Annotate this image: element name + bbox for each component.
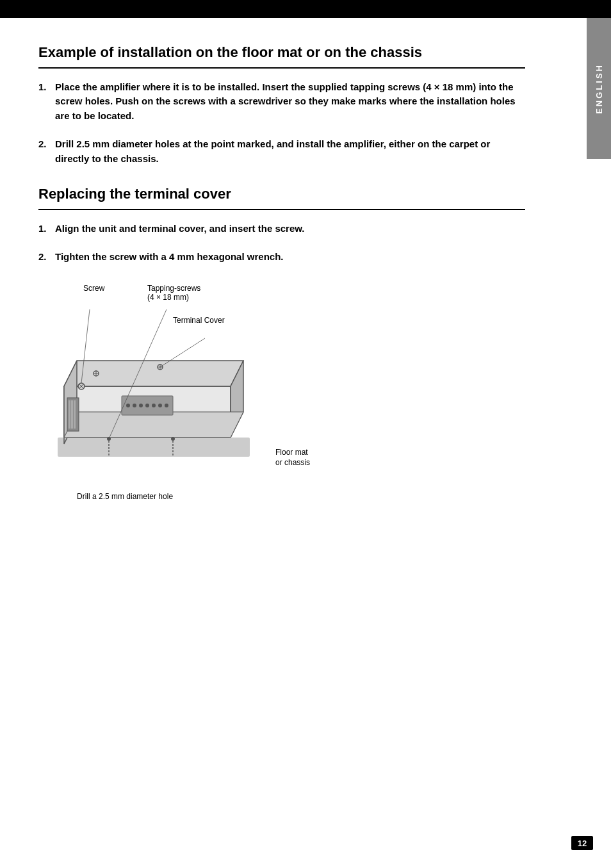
- diagram-svg: [45, 303, 275, 489]
- svg-rect-7: [69, 400, 70, 429]
- main-content: Example of installation on the floor mat…: [0, 18, 564, 540]
- page-number: 12: [571, 836, 593, 850]
- english-side-tab: ENGLISH: [587, 18, 611, 159]
- side-tab-label: ENGLISH: [594, 63, 604, 114]
- section2-heading: Replacing the terminal cover: [38, 185, 525, 210]
- list-item-text: Align the unit and terminal cover, and i…: [55, 222, 305, 236]
- tapping-screws-label: Tapping-screws (4 × 18 mm): [147, 284, 200, 302]
- list-item-text: Tighten the screw with a 4 mm hexagonal …: [55, 250, 283, 265]
- list-item-number: 1.: [38, 222, 55, 236]
- svg-point-16: [152, 404, 156, 407]
- list-item: 1. Place the amplifier where it is to be…: [38, 80, 525, 124]
- section1-heading: Example of installation on the floor mat…: [38, 44, 525, 69]
- svg-rect-9: [74, 400, 76, 429]
- screw-label: Screw: [83, 284, 104, 293]
- top-bar: [0, 0, 611, 18]
- list-item: 2. Drill 2.5 mm diameter holes at the po…: [38, 137, 525, 166]
- svg-rect-0: [58, 438, 250, 457]
- svg-marker-2: [64, 361, 243, 386]
- diagram-area: Screw Tapping-screws (4 × 18 mm) Termina…: [45, 284, 352, 514]
- list-item-number: 2.: [38, 250, 55, 265]
- section1-list: 1. Place the amplifier where it is to be…: [38, 80, 525, 167]
- list-item-number: 1.: [38, 80, 55, 95]
- list-item-number: 2.: [38, 137, 55, 152]
- svg-point-18: [165, 404, 168, 407]
- svg-rect-8: [71, 400, 73, 429]
- list-item-text: Place the amplifier where it is to be in…: [55, 80, 525, 124]
- svg-point-28: [171, 437, 175, 441]
- svg-marker-5: [64, 412, 243, 438]
- svg-point-13: [133, 404, 136, 407]
- svg-point-12: [126, 404, 130, 407]
- list-item: 2. Tighten the screw with a 4 mm hexagon…: [38, 250, 525, 265]
- drill-note-label: Drill a 2.5 mm diameter hole: [77, 492, 173, 501]
- list-item-text: Drill 2.5 mm diameter holes at the point…: [55, 137, 525, 166]
- svg-point-17: [158, 404, 162, 407]
- list-item: 1. Align the unit and terminal cover, an…: [38, 222, 525, 236]
- section2: Replacing the terminal cover 1. Align th…: [38, 185, 525, 265]
- floor-mat-label: Floor mat or chassis: [275, 447, 310, 469]
- section2-list: 1. Align the unit and terminal cover, an…: [38, 222, 525, 265]
- svg-point-14: [139, 404, 143, 407]
- svg-point-15: [145, 404, 149, 407]
- svg-rect-10: [76, 400, 78, 429]
